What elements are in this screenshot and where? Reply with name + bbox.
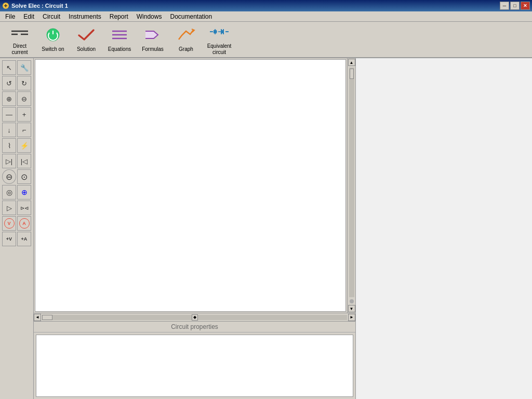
voltmeter-icon: V [4,218,15,229]
left-toolbar-row-7: ⊖⊙ [2,169,31,184]
left-toolbar-row-3: —+ [2,107,31,122]
menu-item-report[interactable]: Report [105,12,132,21]
menu-item-file[interactable]: File [1,12,19,21]
equations-icon [110,27,129,45]
menu-item-instruments[interactable]: Instruments [64,12,105,21]
ac-current-source-button[interactable]: ⊕ [17,185,31,200]
switch-on-label: Switch on [42,46,64,52]
circuit-properties-content [36,335,353,397]
wire-bend-button[interactable]: ⌐ [17,123,31,137]
toolbar-btn-direct-current[interactable]: Direct current [4,23,35,56]
direct-current-label: Direct current [7,43,33,56]
toolbar-btn-graph[interactable]: Graph [170,23,202,56]
menu-item-edit[interactable]: Edit [19,12,38,21]
graph-label: Graph [179,46,193,52]
left-toolbar-row-10: VA [2,216,31,231]
solution-label: Solution [77,46,96,52]
main-layout: ↖🔧↺↻⊕⊖—+↓⌐⌇⚡▷||◁⊖⊙◎⊕▷⊳⊲VA+V+A ▲ ▼ ◄ ◆ ► [0,58,532,399]
ac-voltage-source-button[interactable]: ◎ [2,185,16,200]
diode-button[interactable]: ▷| [2,154,16,168]
window-title: Solve Elec : Circuit 1 [11,3,68,9]
equivalent-circuit-label: Equivalent circuit [206,43,232,56]
left-toolbar-row-8: ◎⊕ [2,185,31,200]
left-toolbar-row-1: ↺↻ [2,76,31,90]
title-bar-left: Solve Elec : Circuit 1 [2,2,68,9]
scroll-center-button[interactable]: ◆ [192,314,198,321]
menu-item-documentation[interactable]: Documentation [166,12,216,21]
bottom-panel: Circuit properties [34,321,355,399]
equivalent-circuit-icon [209,24,230,42]
probe-a-button[interactable]: +A [17,232,31,246]
switch-on-icon [44,27,62,45]
horizontal-scrollbar[interactable]: ◄ ◆ ► [34,313,355,321]
formulas-icon [143,27,162,45]
scroll-right-button[interactable]: ► [348,314,355,321]
left-toolbar-row-5: ⌇⚡ [2,138,31,153]
zener-diode-button[interactable]: |◁ [17,154,31,168]
menu-item-circuit[interactable]: Circuit [38,12,64,21]
circuit-properties-header: Circuit properties [34,322,355,332]
inductor-button[interactable]: ⚡ [17,138,31,153]
current-source-button[interactable]: ⊙ [17,169,31,184]
wrench-tool-button[interactable]: 🔧 [17,60,31,75]
direct-current-icon [10,24,29,42]
solution-icon [77,27,96,45]
ammeter-button[interactable]: A [17,216,31,231]
close-button[interactable]: ✕ [521,2,530,10]
scroll-thumb-v[interactable] [350,69,354,79]
menu-bar: FileEditCircuitInstrumentsReportWindowsD… [0,11,532,22]
maximize-button[interactable]: □ [510,2,520,10]
graph-icon [177,27,195,45]
transistor-npn-button[interactable]: ▷ [2,201,16,215]
canvas-with-vscroll: ▲ ▼ [34,58,355,313]
scroll-down-button[interactable]: ▼ [348,305,355,312]
probe-v-button[interactable]: +V [2,232,16,246]
title-controls: ─ □ ✕ [500,2,530,10]
scroll-left-button[interactable]: ◄ [34,314,41,321]
left-toolbar-row-0: ↖🔧 [2,60,31,75]
scroll-thumb-h[interactable] [42,315,52,320]
rotate-cw-button[interactable]: ↻ [17,76,31,90]
wire-h-button[interactable]: — [2,107,16,122]
zoom-out-button[interactable]: ⊖ [17,91,31,106]
scroll-up-button[interactable]: ▲ [348,59,355,66]
left-toolbar-row-2: ⊕⊖ [2,91,31,106]
vertical-scrollbar[interactable]: ▲ ▼ [347,58,355,313]
equations-label: Equations [108,46,131,52]
zoom-in-button[interactable]: ⊕ [2,91,16,106]
junction-node-button[interactable]: + [17,107,31,122]
rotate-ccw-button[interactable]: ↺ [2,76,16,90]
toolbar-btn-switch-on[interactable]: Switch on [37,23,69,56]
transistor-pnp-button[interactable]: ⊳⊲ [17,201,31,215]
wire-v-button[interactable]: ↓ [2,123,16,137]
circuit-canvas[interactable] [35,59,346,312]
voltage-source-button[interactable]: ⊖ [2,169,16,184]
toolbar-btn-solution[interactable]: Solution [71,23,102,56]
toolbar-btn-equations[interactable]: Equations [104,23,135,56]
resistor-button[interactable]: ⌇ [2,138,16,153]
ammeter-icon: A [19,218,30,229]
left-toolbar: ↖🔧↺↻⊕⊖—+↓⌐⌇⚡▷||◁⊖⊙◎⊕▷⊳⊲VA+V+A [0,58,34,399]
app-icon [2,2,9,9]
left-toolbar-row-11: +V+A [2,232,31,246]
toolbar-btn-formulas[interactable]: Formulas [137,23,168,56]
left-toolbar-row-4: ↓⌐ [2,123,31,137]
formulas-label: Formulas [142,46,164,52]
cursor-tool-button[interactable]: ↖ [2,60,16,75]
main-toolbar: Direct currentSwitch onSolutionEquations… [0,22,532,58]
toolbar-btn-equivalent-circuit[interactable]: Equivalent circuit [204,23,235,56]
minimize-button[interactable]: ─ [500,2,509,10]
menu-item-windows[interactable]: Windows [132,12,166,21]
title-bar: Solve Elec : Circuit 1 ─ □ ✕ [0,0,532,11]
voltmeter-button[interactable]: V [2,216,16,231]
right-panel [355,58,532,399]
left-toolbar-row-9: ▷⊳⊲ [2,201,31,215]
scroll-indicator [350,299,354,303]
left-toolbar-row-6: ▷||◁ [2,154,31,168]
scroll-track-v [349,68,354,297]
